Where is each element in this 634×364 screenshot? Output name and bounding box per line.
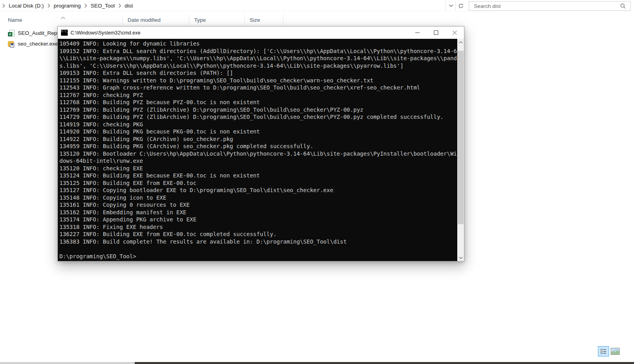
refresh-icon <box>458 3 464 9</box>
terminal-line: 112769 INFO: Building PYZ (ZlibArchive) … <box>59 106 457 114</box>
desktop-screen: Local Disk (D:)programingSEO_Tooldist Na… <box>0 0 634 364</box>
terminal-line: 135162 INFO: Embedding manifest in EXE <box>59 209 457 216</box>
cmd-icon: C:\_ <box>61 30 68 36</box>
scroll-up-icon <box>459 41 463 44</box>
taskbar-edge-light <box>0 362 135 364</box>
terminal-line: 136383 INFO: Build complete! The results… <box>59 238 457 246</box>
column-header-type[interactable]: Type <box>189 14 245 26</box>
terminal-line: 135318 INFO: Fixing EXE headers <box>59 223 457 231</box>
column-header-name[interactable]: Name <box>0 14 123 26</box>
details-view-button[interactable] <box>598 346 609 356</box>
terminal-line: \\Lib\\site-packages\\numpy.libs', 'C:\\… <box>59 55 457 62</box>
terminal-line: 114919 INFO: checking PKG <box>59 121 457 128</box>
breadcrumb-chevron-icon <box>118 4 121 8</box>
terminal-line: 135120 INFO: Bootloader C:\Users\hp\AppD… <box>59 150 457 158</box>
breadcrumb-item[interactable]: dist <box>125 3 133 9</box>
terminal-line: 135174 INFO: Appending PKG archive to EX… <box>59 216 457 223</box>
file-name: seo_checker.exe <box>18 41 58 47</box>
window-controls <box>408 27 464 39</box>
cmd-titlebar[interactable]: C:\_ C:\Windows\System32\cmd.exe <box>58 27 464 39</box>
thumbnails-view-icon <box>611 348 619 354</box>
search-icon <box>620 3 626 9</box>
address-dropdown-button[interactable] <box>446 0 456 11</box>
terminal-line: 114729 INFO: Building PYZ (ZlibArchive) … <box>59 113 457 121</box>
column-header-label: Type <box>194 17 206 23</box>
breadcrumb-chevron-icon <box>2 4 5 8</box>
terminal-line: 112767 INFO: checking PYZ <box>59 91 457 99</box>
terminal-line <box>59 245 457 253</box>
cmd-output[interactable]: 105409 INFO: Looking for dynamic librari… <box>58 39 457 261</box>
terminal-line: 114922 INFO: Building PKG (CArchive) seo… <box>59 135 457 143</box>
breadcrumb-item[interactable]: programing <box>54 3 81 9</box>
refresh-button[interactable] <box>456 0 466 11</box>
breadcrumb[interactable]: Local Disk (D:)programingSEO_Tooldist <box>2 0 136 11</box>
taskbar-edge-dark <box>135 362 634 364</box>
terminal-line: 135125 INFO: Building EXE from EXE-00.to… <box>59 179 457 187</box>
breadcrumb-item[interactable]: SEO_Tool <box>91 3 115 9</box>
file-name: SEO_Audit_Repo <box>18 30 60 36</box>
terminal-line: 135148 INFO: Copying icon to EXE <box>59 194 457 202</box>
column-header-label: Size <box>250 17 260 23</box>
terminal-line: D:\programing\SEO_Tool> <box>59 253 457 260</box>
scroll-down-button[interactable] <box>457 254 464 261</box>
terminal-line: 134959 INFO: Building PKG (CArchive) seo… <box>59 143 457 150</box>
maximize-icon <box>434 30 438 35</box>
terminal-line: 135127 INFO: Copying bootloader EXE to D… <box>59 187 457 194</box>
close-button[interactable] <box>445 27 464 39</box>
terminal-line: 112155 INFO: Warnings written to D:\prog… <box>59 77 457 84</box>
taskbar-edge <box>0 362 634 364</box>
terminal-line: 109152 INFO: Extra DLL search directorie… <box>59 48 457 55</box>
breadcrumb-chevron-icon <box>48 4 50 8</box>
details-view-icon <box>600 349 607 354</box>
cmd-scrollbar[interactable] <box>457 39 464 261</box>
terminal-line: 112543 INFO: Graph cross-reference writt… <box>59 84 457 91</box>
terminal-line: 135120 INFO: checking EXE <box>59 165 457 172</box>
terminal-line: 135124 INFO: Building EXE because EXE-00… <box>59 172 457 179</box>
terminal-line: dows-64bit-intel\runw.exe <box>59 157 457 165</box>
excel-file-icon: X <box>8 30 15 37</box>
terminal-line: 105409 INFO: Looking for dynamic librari… <box>59 40 457 48</box>
column-header-date-modified[interactable]: Date modified <box>123 14 189 26</box>
chevron-down-icon <box>449 4 453 7</box>
explorer-topbar: Local Disk (D:)programingSEO_Tooldist <box>0 0 634 11</box>
terminal-line: s.libs', 'C:\\Users\\hp\\AppData\\Local\… <box>59 62 457 70</box>
scroll-down-icon <box>459 257 463 259</box>
search-box[interactable] <box>469 1 631 11</box>
minimize-icon <box>415 30 420 35</box>
column-header-label: Date modified <box>128 17 160 23</box>
terminal-line: 135161 INFO: Copying 0 resources to EXE <box>59 201 457 209</box>
close-icon <box>453 30 457 35</box>
terminal-line: 112768 INFO: Building PYZ because PYZ-00… <box>59 99 457 106</box>
column-header-size[interactable]: Size <box>245 14 283 26</box>
thumbnails-view-button[interactable] <box>611 348 620 355</box>
installer-exe-icon <box>8 40 15 48</box>
search-input[interactable] <box>469 2 620 10</box>
column-header-label: Name <box>8 17 22 23</box>
scrollbar-thumb[interactable] <box>458 51 464 224</box>
terminal-line: 114920 INFO: Building PKG because PKG-00… <box>59 128 457 135</box>
maximize-button[interactable] <box>427 27 445 39</box>
cmd-window: C:\_ C:\Windows\System32\cmd.exe 105409 … <box>57 26 464 261</box>
terminal-line: 136227 INFO: Building EXE from EXE-00.to… <box>59 231 457 238</box>
scroll-up-button[interactable] <box>457 39 464 46</box>
column-headers: NameDate modifiedTypeSize <box>0 14 283 26</box>
terminal-line: 109153 INFO: Extra DLL search directorie… <box>59 69 457 77</box>
breadcrumb-chevron-icon <box>84 4 87 8</box>
breadcrumb-item[interactable]: Local Disk (D:) <box>9 3 44 9</box>
minimize-button[interactable] <box>408 27 427 39</box>
cmd-window-title: C:\Windows\System32\cmd.exe <box>71 30 140 36</box>
